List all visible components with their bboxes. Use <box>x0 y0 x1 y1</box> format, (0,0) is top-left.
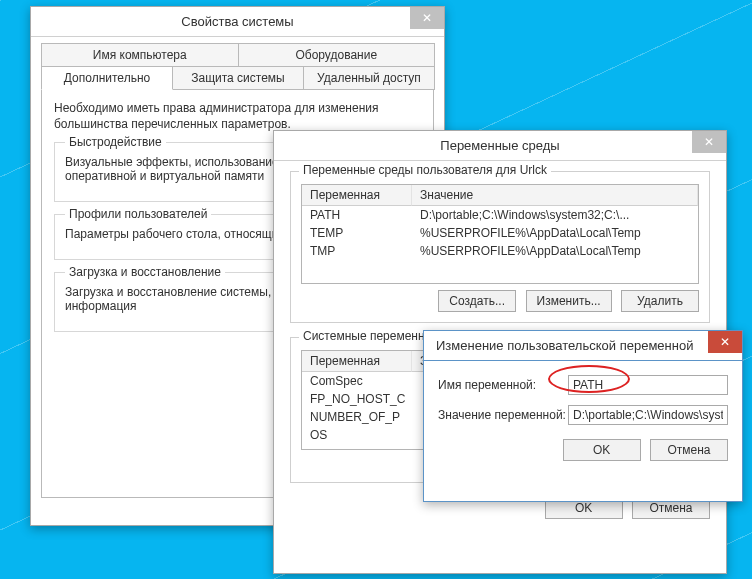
user-variables-section: Переменные среды пользователя для Urlck … <box>290 171 710 323</box>
table-row[interactable]: TMP %USERPROFILE%\AppData\Local\Temp <box>302 242 698 260</box>
user-var-buttons: Создать... Изменить... Удалить <box>301 290 699 312</box>
cell-name: NUMBER_OF_P <box>302 408 412 426</box>
tab-hardware[interactable]: Оборудование <box>238 43 436 67</box>
cell-name: PATH <box>302 206 412 224</box>
tab-row-top: Имя компьютера Оборудование <box>41 43 434 67</box>
cell-name: TEMP <box>302 224 412 242</box>
user-variables-table[interactable]: Переменная Значение PATH D:\portable;C:\… <box>301 184 699 284</box>
tab-remote[interactable]: Удаленный доступ <box>303 66 435 90</box>
value-input[interactable] <box>568 405 728 425</box>
value-label: Значение переменной: <box>438 408 568 422</box>
delete-button[interactable]: Удалить <box>621 290 699 312</box>
tab-system-protection[interactable]: Защита системы <box>172 66 304 90</box>
titlebar: Переменные среды ✕ <box>274 131 726 161</box>
col-name[interactable]: Переменная <box>302 185 412 206</box>
table-row[interactable]: PATH D:\portable;C:\Windows\system32;C:\… <box>302 206 698 224</box>
table-row[interactable]: TEMP %USERPROFILE%\AppData\Local\Temp <box>302 224 698 242</box>
cell-name: FP_NO_HOST_C <box>302 390 412 408</box>
col-name[interactable]: Переменная <box>302 351 412 372</box>
cell-name: ComSpec <box>302 372 412 390</box>
field-variable-name: Имя переменной: <box>438 375 728 395</box>
table-header: Переменная Значение <box>302 185 698 206</box>
table-body: PATH D:\portable;C:\Windows\system32;C:\… <box>302 206 698 276</box>
create-button[interactable]: Создать... <box>438 290 516 312</box>
edit-variable-window: Изменение пользовательской переменной ✕ … <box>423 330 743 502</box>
close-icon: ✕ <box>720 336 730 348</box>
field-variable-value: Значение переменной: <box>438 405 728 425</box>
window-title: Свойства системы <box>181 14 293 29</box>
cell-name: OS <box>302 426 412 442</box>
titlebar: Изменение пользовательской переменной ✕ <box>424 331 742 361</box>
cell-value: D:\portable;C:\Windows\system32;C:\... <box>412 206 698 224</box>
section-legend: Переменные среды пользователя для Urlck <box>299 163 551 177</box>
titlebar: Свойства системы ✕ <box>31 7 444 37</box>
close-button[interactable]: ✕ <box>708 331 742 353</box>
group-title: Быстродействие <box>65 135 166 149</box>
group-title: Загрузка и восстановление <box>65 265 225 279</box>
tab-row-bottom: Дополнительно Защита системы Удаленный д… <box>41 66 434 90</box>
close-icon: ✕ <box>704 136 714 148</box>
cell-name: TMP <box>302 242 412 260</box>
name-label: Имя переменной: <box>438 378 568 392</box>
window-body: Имя переменной: Значение переменной: OK … <box>424 361 742 471</box>
col-value[interactable]: Значение <box>412 185 698 206</box>
tab-advanced[interactable]: Дополнительно <box>41 66 173 90</box>
close-button[interactable]: ✕ <box>692 131 726 153</box>
tab-computer-name[interactable]: Имя компьютера <box>41 43 239 67</box>
cell-value: %USERPROFILE%\AppData\Local\Temp <box>412 242 698 260</box>
group-title: Профили пользователей <box>65 207 211 221</box>
close-button[interactable]: ✕ <box>410 7 444 29</box>
window-title: Переменные среды <box>440 138 559 153</box>
cancel-button[interactable]: Отмена <box>650 439 728 461</box>
dialog-buttons: OK Отмена <box>438 439 728 461</box>
edit-button[interactable]: Изменить... <box>526 290 612 312</box>
close-icon: ✕ <box>422 12 432 24</box>
ok-button[interactable]: OK <box>563 439 641 461</box>
intro-text: Необходимо иметь права администратора дл… <box>54 100 421 132</box>
name-input[interactable] <box>568 375 728 395</box>
window-title: Изменение пользовательской переменной <box>436 338 693 353</box>
cell-value: %USERPROFILE%\AppData\Local\Temp <box>412 224 698 242</box>
